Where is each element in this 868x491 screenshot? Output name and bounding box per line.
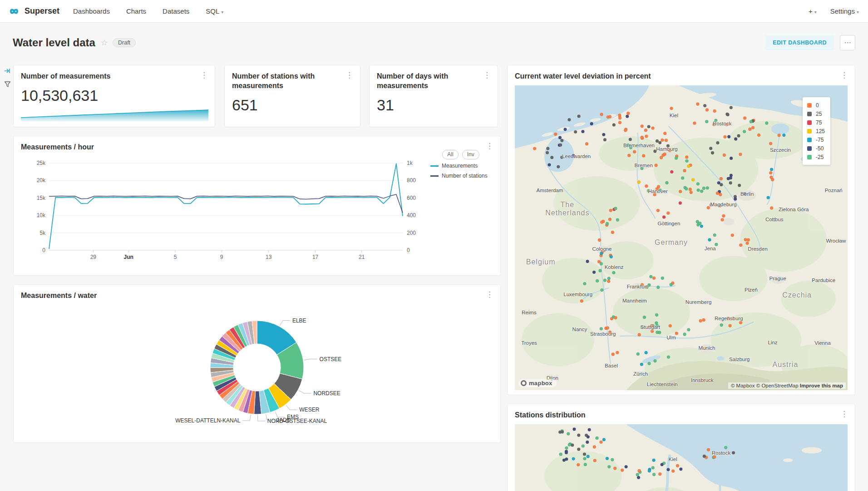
plus-icon: + <box>809 7 813 15</box>
chart-title: Current water level deviation in percent <box>508 65 855 81</box>
chevron-down-icon: ▾ <box>221 10 223 15</box>
nav-menu: Dashboards Charts Datasets SQL▾ <box>73 7 223 15</box>
kpi-card-stations: Number of stations with measurements ⋮ 6… <box>224 65 360 127</box>
nav-right: +▾ Settings▾ <box>809 7 868 15</box>
openstreetmap-link[interactable]: © OpenStreetMap <box>756 383 799 388</box>
kpi-card-days: Number of days with measurements ⋮ 31 <box>369 65 498 127</box>
legend-color-swatch <box>807 146 812 151</box>
map-station-dots <box>515 85 848 390</box>
svg-text:NORD-OSTSEE-KANAL: NORD-OSTSEE-KANAL <box>267 418 327 424</box>
favorite-star-icon[interactable]: ☆ <box>101 38 108 48</box>
svg-text:5: 5 <box>174 254 177 260</box>
water-donut-chart[interactable]: ELBEOSTSEENORDSEEWESEREMSJADENORD-OSTSEE… <box>14 305 501 441</box>
svg-text:NORDSEE: NORDSEE <box>313 390 340 397</box>
draft-status-badge: Draft <box>113 38 136 47</box>
legend-pills: All Inv <box>425 150 497 159</box>
map-legend-item[interactable]: -75 <box>807 135 825 144</box>
svg-text:13: 13 <box>266 254 272 260</box>
svg-text:29: 29 <box>90 254 97 260</box>
legend-value-label: -25 <box>816 154 824 160</box>
svg-text:WESER: WESER <box>299 407 319 413</box>
brand-text: Superset <box>25 6 59 16</box>
stations-map-canvas[interactable]: KielRostock <box>515 424 848 491</box>
mapbox-wordmark: mapbox <box>529 380 552 387</box>
svg-text:ELBE: ELBE <box>292 317 306 324</box>
mapbox-link[interactable]: © Mapbox <box>731 383 755 388</box>
chart-title: Measurements / water <box>14 285 500 301</box>
measurements-per-water-card: Measurements / water ⋮ ELBEOSTSEENORDSEE… <box>13 284 501 443</box>
svg-text:800: 800 <box>407 177 416 184</box>
measurements-sparkline-chart[interactable] <box>21 108 208 121</box>
legend-value-label: 0 <box>816 102 819 109</box>
svg-text:400: 400 <box>407 212 416 218</box>
map-legend-item[interactable]: 75 <box>807 118 825 127</box>
settings-label: Settings <box>830 7 855 15</box>
edit-dashboard-button[interactable]: EDIT DASHBOARD <box>765 35 834 50</box>
legend-item[interactable]: Measurements <box>425 163 497 169</box>
legend-color-swatch <box>807 112 812 116</box>
mapbox-logo[interactable]: mapbox <box>518 379 557 387</box>
chart-menu-kebab-icon[interactable]: ⋮ <box>483 141 497 151</box>
more-options-button[interactable]: ⋯ <box>840 35 855 50</box>
filter-icon[interactable] <box>4 81 11 89</box>
svg-text:20k: 20k <box>37 177 46 184</box>
map-legend-item[interactable]: 25 <box>807 109 825 118</box>
svg-text:WESEL-DATTELN-KANAL: WESEL-DATTELN-KANAL <box>175 417 240 424</box>
top-navbar: Superset Dashboards Charts Datasets SQL▾… <box>0 0 868 23</box>
svg-text:9: 9 <box>220 254 223 260</box>
svg-text:25k: 25k <box>37 160 46 166</box>
nav-item-datasets[interactable]: Datasets <box>163 7 189 15</box>
legend-color-swatch <box>807 120 812 125</box>
svg-text:10k: 10k <box>37 212 46 218</box>
mapbox-circle-icon <box>521 380 527 386</box>
legend-color-swatch <box>807 103 812 108</box>
deviation-map-canvas[interactable]: 02575125-75-50-25 mapbox © Mapbox © Open… <box>515 85 848 390</box>
svg-text:600: 600 <box>407 195 416 201</box>
legend-value-label: -50 <box>816 145 824 152</box>
map-legend-item[interactable]: 125 <box>807 127 825 135</box>
nav-item-sql[interactable]: SQL▾ <box>206 7 223 15</box>
legend-inv-button[interactable]: Inv <box>462 150 479 159</box>
legend-color-swatch <box>807 129 812 134</box>
kpi-value: 31 <box>370 91 498 114</box>
hour-chart-legend: All Inv MeasurementsNumber of stations <box>425 150 497 179</box>
superset-brand[interactable]: Superset <box>0 5 66 18</box>
map-legend-item[interactable]: 0 <box>807 101 825 109</box>
map-legend-item[interactable]: -25 <box>807 153 825 161</box>
chart-menu-kebab-icon[interactable]: ⋮ <box>197 70 211 80</box>
chart-menu-kebab-icon[interactable]: ⋮ <box>483 290 497 299</box>
page-title: Water level data <box>13 36 95 49</box>
expand-filter-bar-icon[interactable] <box>4 67 11 76</box>
chart-menu-kebab-icon[interactable]: ⋮ <box>342 70 356 80</box>
svg-text:200: 200 <box>407 230 416 236</box>
map-station-dots <box>515 424 848 491</box>
kpi-card-measurements: Number of measurements ⋮ 10,530,631 <box>13 65 215 127</box>
settings-menu[interactable]: Settings▾ <box>830 7 859 15</box>
chevron-down-icon: ▾ <box>814 10 817 15</box>
legend-value-label: 25 <box>816 111 822 117</box>
chart-title: Stations distribution <box>508 404 855 420</box>
stations-distribution-card: Stations distribution ⋮ KielRostock <box>507 404 855 491</box>
improve-map-link[interactable]: Improve this map <box>800 383 843 388</box>
legend-value-label: -75 <box>816 137 824 143</box>
nav-item-charts[interactable]: Charts <box>126 7 146 15</box>
legend-value-label: 125 <box>816 128 825 134</box>
chart-menu-kebab-icon[interactable]: ⋮ <box>837 70 851 80</box>
legend-color-swatch <box>807 138 812 142</box>
svg-text:OSTSEE: OSTSEE <box>320 356 342 362</box>
nav-item-dashboards[interactable]: Dashboards <box>73 7 110 15</box>
measurements-per-hour-card: 05k10k15k20k25k02004006008001k29Jun59131… <box>13 136 501 276</box>
chevron-down-icon: ▾ <box>857 10 859 15</box>
legend-item[interactable]: Number of stations <box>425 173 497 179</box>
map-legend-item[interactable]: -50 <box>807 144 825 153</box>
chart-menu-kebab-icon[interactable]: ⋮ <box>480 70 494 80</box>
legend-entries: MeasurementsNumber of stations <box>425 163 497 179</box>
legend-all-button[interactable]: All <box>442 150 458 159</box>
header-actions: EDIT DASHBOARD ⋯ <box>765 35 855 50</box>
svg-text:15k: 15k <box>37 195 46 201</box>
svg-text:17: 17 <box>312 254 319 260</box>
svg-text:5k: 5k <box>39 230 46 236</box>
chart-menu-kebab-icon[interactable]: ⋮ <box>837 409 851 419</box>
legend-color-swatch <box>807 155 812 159</box>
new-item-button[interactable]: +▾ <box>809 7 817 15</box>
